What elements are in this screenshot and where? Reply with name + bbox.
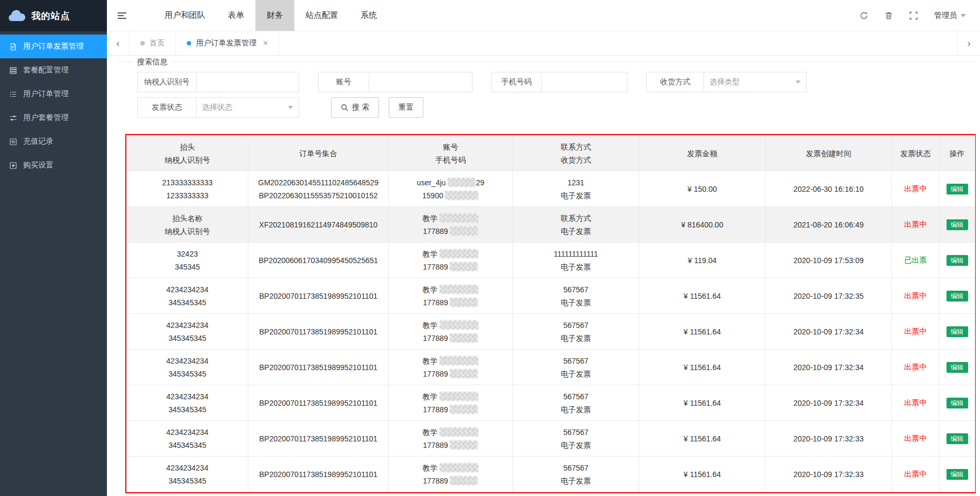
edit-button[interactable]: 编辑 xyxy=(947,326,968,337)
refresh-icon[interactable] xyxy=(860,11,868,20)
taxpayer-id-input[interactable] xyxy=(196,72,299,92)
edit-button[interactable]: 编辑 xyxy=(947,255,968,266)
selected-value: 选择类型 xyxy=(709,77,740,87)
brand[interactable]: 我的站点 xyxy=(0,0,107,31)
topnav-forms[interactable]: 表单 xyxy=(217,0,255,31)
cell-title: 4234234234345345345 xyxy=(127,278,248,314)
top-header: 用户和团队 表单 财务 站点配置 系统 管理员 xyxy=(107,0,980,31)
cell-status: 出票中 xyxy=(892,314,940,350)
cell-created: 2020-10-09 17:32:34 xyxy=(766,314,892,350)
topnav-users-teams[interactable]: 用户和团队 xyxy=(153,0,217,31)
cell-amount: ¥ 11561.64 xyxy=(639,314,766,350)
sidebar-item-user-package[interactable]: 用户套餐管理 xyxy=(0,106,107,130)
sidebar-item-order-management[interactable]: 用户订单管理 xyxy=(0,82,107,106)
cell-created: 2020-10-09 17:32:35 xyxy=(766,278,892,314)
tab-dot-icon xyxy=(187,41,191,45)
tab-bar: ‹ 首页 用户订单发票管理 × › xyxy=(107,31,980,56)
invoice-row: 4234234234345345345BP2020070117385198995… xyxy=(127,457,975,492)
close-icon[interactable]: × xyxy=(263,38,268,48)
delivery-method-select[interactable]: 选择类型 xyxy=(704,72,807,92)
cell-action: 编辑 xyxy=(940,457,975,492)
cell-account: user_4ju2915900 xyxy=(389,171,513,207)
invoice-row: 4234234234345345345BP2020070117385198995… xyxy=(127,421,975,457)
sidebar-item-recharge-records[interactable]: 充值记录 xyxy=(0,130,107,153)
edit-button[interactable]: 编辑 xyxy=(947,362,968,373)
cell-title: 抬头名称纳税人识别号 xyxy=(127,207,248,243)
edit-button[interactable]: 编辑 xyxy=(947,291,968,301)
phone-group: 手机号码 xyxy=(491,72,627,92)
cell-amount: ¥ 11561.64 xyxy=(639,278,766,314)
chevron-down-icon xyxy=(961,14,966,20)
redacted-blur xyxy=(440,427,478,437)
edit-button[interactable]: 编辑 xyxy=(947,433,968,444)
cell-status: 出票中 xyxy=(892,278,940,314)
edit-button[interactable]: 编辑 xyxy=(947,398,968,408)
cell-contact: 567567电子发票 xyxy=(513,314,639,350)
redacted-blur xyxy=(450,369,478,378)
cell-action: 编辑 xyxy=(940,314,975,350)
cell-contact: 567567电子发票 xyxy=(513,385,639,421)
redacted-blur xyxy=(440,249,478,258)
edit-button[interactable]: 编辑 xyxy=(947,184,968,195)
redacted-blur xyxy=(440,356,478,365)
collapse-sidebar-icon[interactable] xyxy=(107,0,138,31)
edit-button[interactable]: 编辑 xyxy=(947,469,968,480)
cell-created: 2020-10-09 17:53:09 xyxy=(766,243,892,278)
invoice-status-text: 出票中 xyxy=(904,470,927,478)
tab-label: 首页 xyxy=(150,38,165,48)
invoice-status-text: 出票中 xyxy=(904,327,927,336)
trash-icon[interactable] xyxy=(884,11,893,20)
cell-orders: BP20200701173851989952101101 xyxy=(248,350,389,385)
cell-title: 4234234234345345345 xyxy=(127,457,248,492)
tab-label: 用户订单发票管理 xyxy=(196,38,256,48)
search-button-label: 搜 索 xyxy=(352,103,369,112)
fullscreen-icon[interactable] xyxy=(909,11,918,20)
tab-invoice-management[interactable]: 用户订单发票管理 × xyxy=(176,31,279,55)
header-tools: 管理员 xyxy=(860,0,980,31)
cell-created: 2020-10-09 17:32:33 xyxy=(766,457,892,492)
col-header-contact: 联系方式收货方式 xyxy=(513,136,639,171)
cell-amount: ¥ 11561.64 xyxy=(639,421,766,457)
cell-contact: 111111111111电子发票 xyxy=(513,243,639,278)
cell-contact: 567567电子发票 xyxy=(513,278,639,314)
tab-home[interactable]: 首页 xyxy=(130,31,176,55)
redacted-blur xyxy=(450,405,478,414)
account-input[interactable] xyxy=(369,72,472,92)
col-header-account: 账号手机号码 xyxy=(389,136,513,171)
reset-button[interactable]: 重置 xyxy=(389,97,423,118)
cell-orders: BP20200701173851989952101101 xyxy=(248,314,389,350)
cell-account: 教学177889 xyxy=(389,314,513,350)
cell-action: 编辑 xyxy=(940,350,975,385)
invoice-status-select[interactable]: 选择状态 xyxy=(196,97,299,118)
cell-orders: GM20220630145511102485648529BP2022063011… xyxy=(248,171,389,207)
col-header-action: 操作 xyxy=(940,136,975,171)
col-header-status: 发票状态 xyxy=(892,136,940,171)
cell-orders: BP20200701173851989952101101 xyxy=(248,457,389,492)
cell-account: 教学177889 xyxy=(389,350,513,385)
table-header-row: 抬头纳税人识别号 订单号集合 账号手机号码 联系方式收货方式 发票金额 发票创建… xyxy=(127,136,975,171)
redacted-blur xyxy=(440,392,478,401)
user-name: 管理员 xyxy=(934,11,957,21)
main-area: 用户和团队 表单 财务 站点配置 系统 管理员 xyxy=(107,0,980,496)
tabs-scroll-right-icon[interactable]: › xyxy=(957,31,980,55)
cell-status: 出票中 xyxy=(892,207,940,243)
search-button[interactable]: 搜 索 xyxy=(331,97,379,118)
invoice-row: 4234234234345345345BP2020070117385198995… xyxy=(127,314,975,350)
invoice-status-text: 出票中 xyxy=(904,220,927,229)
chevron-down-icon xyxy=(795,81,801,86)
topnav-system[interactable]: 系统 xyxy=(349,0,388,31)
sidebar-item-purchase-settings[interactable]: 购买设置 xyxy=(0,153,107,177)
phone-input[interactable] xyxy=(541,72,627,92)
phone-label: 手机号码 xyxy=(491,72,542,92)
topnav-site-config[interactable]: 站点配置 xyxy=(294,0,349,31)
search-icon xyxy=(341,104,348,111)
topnav-finance[interactable]: 财务 xyxy=(255,0,294,31)
edit-button[interactable]: 编辑 xyxy=(947,219,968,230)
sidebar-item-invoice-management[interactable]: 用户订单发票管理 xyxy=(0,35,107,58)
tabs-scroll-left-icon[interactable]: ‹ xyxy=(107,31,130,55)
cell-amount: ¥ 150.00 xyxy=(639,171,766,207)
cell-contact: 567567电子发票 xyxy=(513,457,639,492)
sidebar-item-package-config[interactable]: 套餐配置管理 xyxy=(0,58,107,82)
user-menu[interactable]: 管理员 xyxy=(934,11,966,21)
cell-action: 编辑 xyxy=(940,207,975,243)
